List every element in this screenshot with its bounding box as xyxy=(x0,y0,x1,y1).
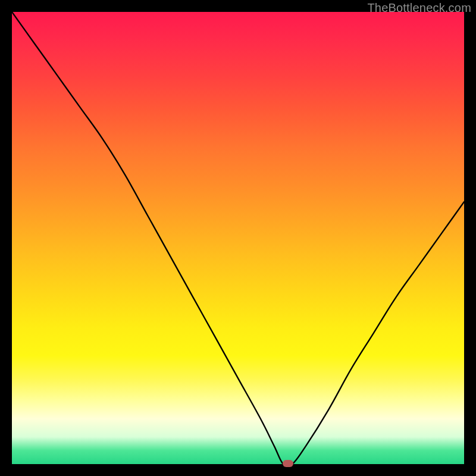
optimal-point-marker xyxy=(283,460,293,467)
chart-plot-area xyxy=(12,12,464,464)
attribution-text: TheBottleneck.com xyxy=(367,1,471,15)
bottleneck-curve xyxy=(12,12,464,464)
chart-frame: TheBottleneck.com xyxy=(0,0,476,476)
